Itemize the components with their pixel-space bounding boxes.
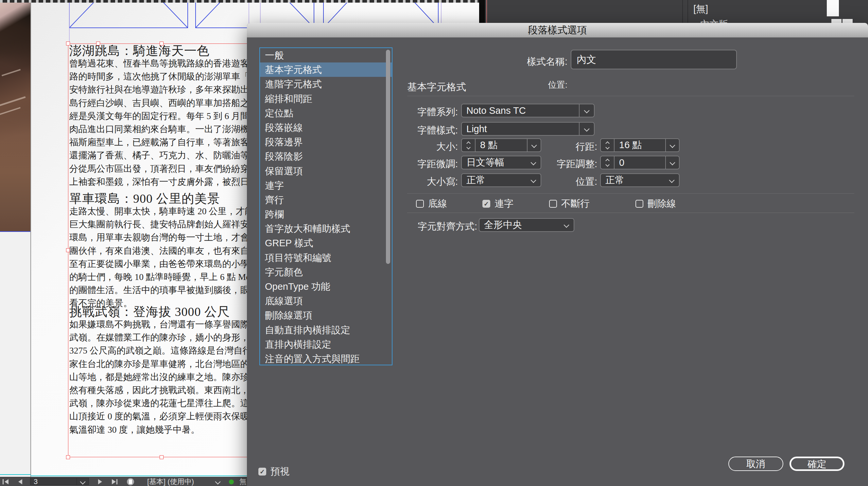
stepper-arrows-icon[interactable]: [601, 139, 615, 151]
article-heading: 澎湖跳島：騎進海天一色: [69, 44, 254, 57]
nav-item[interactable]: 項目符號和編號: [260, 250, 392, 265]
article-line: 然有種失落感，因此才挑戰武嶺。東西南北，共有 3 條路可以攻上: [69, 384, 254, 397]
font-family-label: 字體系列:: [360, 105, 458, 119]
nav-item[interactable]: 直排內橫排設定: [260, 337, 392, 352]
article-line: 分從馬公市區出發，頂著烈日，車友們紛紛穿上長袖單車衣，或戴: [69, 162, 254, 175]
style-name-input[interactable]: 內文: [571, 50, 737, 69]
nav-item[interactable]: 一般: [260, 48, 392, 62]
checkbox-icon: [549, 200, 557, 208]
checkbox-刪除線[interactable]: 刪除線: [636, 197, 676, 210]
page-dropdown-icon[interactable]: [80, 479, 86, 485]
checkbox-不斷行[interactable]: 不斷行: [549, 197, 590, 210]
chevron-down-icon: [579, 123, 594, 135]
preview-label: 預視: [271, 465, 289, 478]
nav-item[interactable]: OpenType 功能: [260, 279, 392, 294]
checkbox-icon: [636, 200, 643, 208]
position-label: 位置:: [543, 175, 597, 188]
page-number-field[interactable]: 3: [30, 478, 89, 485]
stepper-arrows-icon[interactable]: [601, 156, 615, 169]
last-page-icon[interactable]: [112, 479, 116, 484]
checkbox-連字[interactable]: ✓連字: [483, 197, 514, 210]
frame-handle[interactable]: [160, 41, 163, 45]
chevron-down-icon: [664, 178, 679, 182]
article-line: 肉品進出口同業相約來台騎車。一出了澎湖機場，捷安特旅行社的: [69, 123, 254, 136]
chevron-down-icon: [559, 223, 574, 227]
nav-item[interactable]: 底線選項: [260, 294, 392, 308]
panel-section-header: 基本字元格式: [407, 81, 466, 94]
font-family-select[interactable]: Noto Sans TC: [461, 104, 595, 117]
preflight-text[interactable]: 無: [239, 477, 247, 486]
tracking-label: 字距調整:: [543, 158, 597, 171]
frame-handle[interactable]: [66, 248, 70, 252]
workspace-dropdown-icon[interactable]: [215, 479, 221, 485]
article-line: 團伙伴，有來自港澳、法國的車友，也有來自全台各地的騎士，甚: [69, 244, 254, 257]
chevron-down-icon: [526, 178, 540, 182]
preflight-dot-icon[interactable]: [229, 480, 234, 484]
article-line: 安特旅行社與在地導遊許秋珍，多年來探勘出的新路線，從馬公本: [69, 83, 254, 96]
nav-item[interactable]: 首字放大和輔助樣式: [260, 221, 392, 236]
style-row-none[interactable]: [無]: [693, 3, 708, 16]
article-line: 島行經白沙嶼、吉貝嶼、西嶼的單車加搭船之旅。來台灣騎車，已: [69, 96, 254, 110]
article-line: 還擺滿了香蕉、橘子、巧克力、水、防曬油等各種補給品。正午時: [69, 149, 254, 162]
checkbox-底線[interactable]: 底線: [416, 197, 447, 210]
chevron-down-icon: [527, 139, 540, 151]
page-thumbnail[interactable]: [827, 0, 839, 17]
nav-item[interactable]: 注音的置入方式與間距: [260, 352, 392, 365]
dialog-title: 段落樣式選項: [247, 23, 868, 37]
nav-item[interactable]: 縮排和間距: [260, 92, 392, 106]
nav-item[interactable]: 自動直排內橫排設定: [260, 323, 392, 337]
article-line: 上袖套和墨鏡，深怕有一寸皮膚外露，被烈日烤焦。: [69, 175, 254, 188]
frame-handle[interactable]: [160, 455, 163, 459]
chevron-down-icon: [526, 160, 540, 164]
article-line: 3275 公尺高的武嶺之巔。這條路線是台灣自行車車友眼中的聖地。: [69, 344, 254, 357]
char-align-select[interactable]: 全形中央: [479, 218, 574, 232]
nav-item[interactable]: 字元顏色: [260, 265, 392, 279]
checkbox-label: 刪除線: [648, 197, 676, 210]
size-stepper[interactable]: 8 點: [461, 138, 541, 152]
nav-item[interactable]: 進階字元格式: [260, 77, 392, 91]
article-line: 武嶺，陳亦珍從東邊的花蓮七星潭往上爬。這趟路卻讓她吃足苦頭。: [69, 397, 254, 410]
first-page-bar: [3, 479, 4, 484]
position-select[interactable]: 正常: [600, 173, 680, 187]
style-row-partial[interactable]: 內文版: [700, 18, 728, 23]
dialog-titlebar[interactable]: 段落樣式選項: [247, 23, 868, 38]
nav-item[interactable]: GREP 樣式: [260, 236, 392, 250]
chevron-down-icon: [665, 139, 679, 151]
previous-page-icon[interactable]: [18, 479, 22, 484]
checkbox-label: 連字: [495, 197, 514, 210]
preview-checkbox[interactable]: ✓ 預視: [258, 465, 289, 478]
screenshot-root: 澎湖跳島：騎進海天一色曾騎過花東、恆春半島等挑戰路線的香港遊客吳漢文說，長途騎乘…: [0, 0, 868, 486]
page-number: 3: [34, 478, 38, 486]
leading-stepper[interactable]: 16 點: [600, 138, 680, 152]
nav-item[interactable]: 跨欄: [260, 207, 392, 221]
size-label: 大小:: [360, 140, 458, 153]
page-proxy-icon[interactable]: [127, 478, 134, 485]
article-line: 家住台北的陳亦珍是單車健將，北台灣地區的貓空、陽明山、大屯: [69, 358, 254, 370]
next-page-icon[interactable]: [98, 479, 102, 484]
tracking-stepper[interactable]: 0: [600, 156, 680, 170]
case-select[interactable]: 正常: [461, 173, 541, 187]
ok-button[interactable]: 確定: [789, 457, 844, 471]
panel-separator: [682, 0, 683, 23]
checkbox-row: 底線✓連字不斷行刪除線: [247, 197, 868, 207]
article-line: 武嶺。在媒體業工作的陳亦珍，嬌小的身形，完全看不出曾爬上: [69, 331, 254, 344]
nav-item[interactable]: 基本字元格式: [260, 62, 392, 77]
font-style-select[interactable]: Light: [461, 122, 595, 136]
first-page-icon[interactable]: [5, 479, 8, 484]
frame-handle[interactable]: [66, 455, 70, 459]
photo-frame-edge: [0, 231, 31, 232]
cliff-photo[interactable]: [0, 3, 30, 232]
workspace-label[interactable]: [基本] (使用中): [147, 477, 194, 486]
frame-handle[interactable]: [96, 41, 100, 45]
chevron-down-icon: [579, 104, 594, 117]
checkbox-label: 底線: [428, 197, 447, 210]
cancel-button[interactable]: 取消: [728, 457, 783, 471]
checkbox-icon: ✓: [258, 468, 266, 476]
pasteboard-edge: [0, 0, 479, 3]
stepper-arrows-icon[interactable]: [462, 139, 475, 151]
kerning-select[interactable]: 日文等幅: [461, 156, 541, 170]
article-line: 山等地，都是她經常出沒的練車之地。陳亦珍說，單車環島後，突: [69, 370, 254, 384]
nav-item[interactable]: 刪除線選項: [260, 308, 392, 323]
frame-handle[interactable]: [66, 41, 70, 45]
article-line: 經是吳漢文每年的固定行程。每年 5 到 6 月間，他會與台港兩地的: [69, 110, 254, 123]
